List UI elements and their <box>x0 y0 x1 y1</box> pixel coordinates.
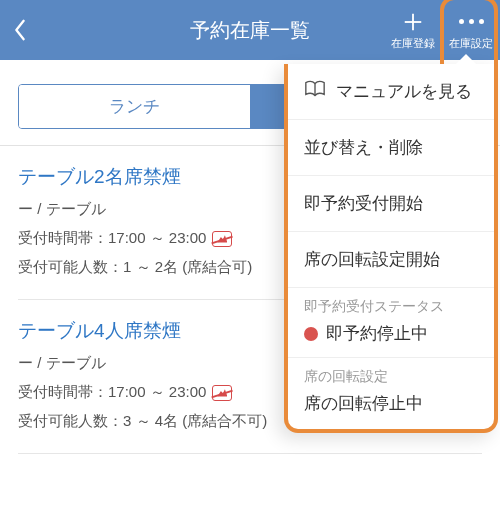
tab-lunch[interactable]: ランチ <box>19 85 250 128</box>
no-image-icon <box>212 231 232 247</box>
menu-manual-label: マニュアルを見る <box>336 80 472 103</box>
instant-status-label: 即予約受付ステータス <box>304 298 478 316</box>
more-icon <box>459 19 484 24</box>
settings-popover: マニュアルを見る 並び替え・削除 即予約受付開始 席の回転設定開始 即予約受付ス… <box>284 64 498 433</box>
menu-start-instant[interactable]: 即予約受付開始 <box>288 176 494 232</box>
rotation-status-value: 席の回転停止中 <box>304 392 423 415</box>
menu-reorder-label: 並び替え・削除 <box>304 136 423 159</box>
rotation-status-label: 席の回転設定 <box>304 368 478 386</box>
instant-status-block: 即予約受付ステータス 即予約停止中 <box>288 288 494 351</box>
item-time: 受付時間帯：17:00 ～ 23:00 <box>18 383 206 402</box>
status-dot-red-icon <box>304 327 318 341</box>
status-divider <box>288 357 494 358</box>
instant-status-value: 即予約停止中 <box>326 322 428 345</box>
item-capacity: 受付可能人数：3 ～ 4名 (席結合不可) <box>18 412 267 431</box>
no-image-icon <box>212 385 232 401</box>
menu-manual[interactable]: マニュアルを見る <box>288 64 494 120</box>
menu-start-rotation[interactable]: 席の回転設定開始 <box>288 232 494 288</box>
menu-start-instant-label: 即予約受付開始 <box>304 192 423 215</box>
register-stock-button[interactable]: 在庫登録 <box>384 0 442 60</box>
menu-reorder[interactable]: 並び替え・削除 <box>288 120 494 176</box>
register-stock-label: 在庫登録 <box>391 36 435 51</box>
stock-settings-label: 在庫設定 <box>449 36 493 51</box>
stock-settings-button[interactable]: 在庫設定 <box>442 0 500 60</box>
rotation-status-block: 席の回転設定 席の回転停止中 <box>288 368 494 421</box>
plus-icon <box>402 11 424 33</box>
menu-start-rotation-label: 席の回転設定開始 <box>304 248 440 271</box>
book-icon <box>304 80 326 103</box>
item-capacity: 受付可能人数：1 ～ 2名 (席結合可) <box>18 258 252 277</box>
item-time: 受付時間帯：17:00 ～ 23:00 <box>18 229 206 248</box>
